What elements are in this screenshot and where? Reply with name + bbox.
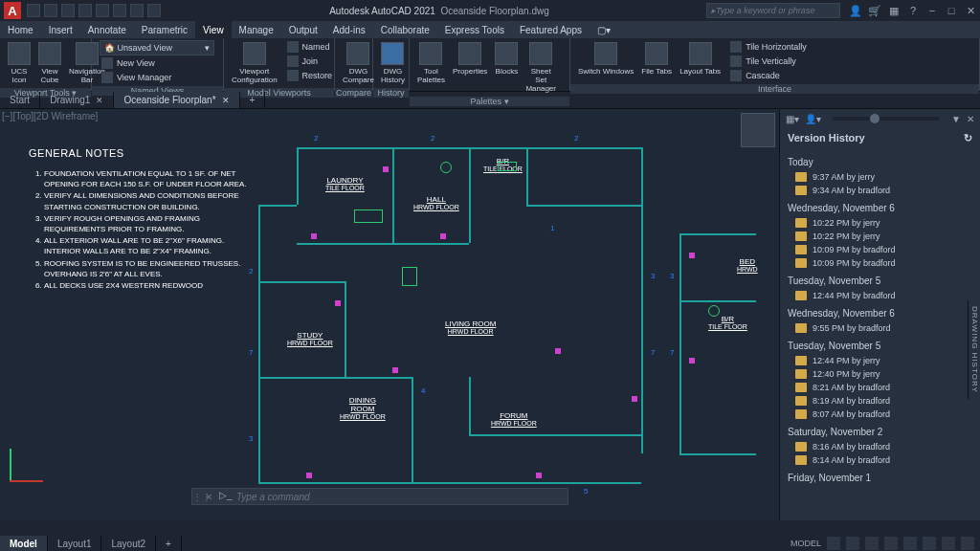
blocks-button[interactable]: Blocks <box>491 40 522 77</box>
sheetset-button[interactable]: Sheet Set Manager <box>522 40 560 95</box>
history-entry[interactable]: 8:07 AM by bradford <box>788 408 972 421</box>
tab-annotate[interactable]: Annotate <box>80 21 134 38</box>
history-entry[interactable]: 10:09 PM by bradford <box>788 256 972 270</box>
drawing-canvas[interactable]: [−][Top][2D Wireframe] GENERAL NOTES FOU… <box>0 109 779 520</box>
history-entry[interactable]: 8:19 AM by bradford <box>788 394 972 408</box>
ucs-icon-button[interactable]: UCS Icon <box>4 40 34 86</box>
switch-windows-button[interactable]: Switch Windows <box>574 40 637 77</box>
qat-open-icon[interactable] <box>44 4 57 17</box>
history-entry[interactable]: 12:40 PM by jerry <box>788 367 972 381</box>
history-slider[interactable] <box>833 117 940 121</box>
workspace-icon[interactable] <box>942 537 955 550</box>
qat-save-icon[interactable] <box>61 4 75 17</box>
tab-featured[interactable]: Featured Apps <box>512 21 590 38</box>
vp-named-button[interactable]: Named <box>285 40 335 54</box>
tab-home[interactable]: Home <box>0 21 41 38</box>
vp-restore-button[interactable]: Restore <box>285 69 335 82</box>
file-tabs-button[interactable]: File Tabs <box>637 40 676 77</box>
vp-join-button[interactable]: Join <box>285 55 335 68</box>
cart-icon[interactable]: 🛒 <box>869 5 880 16</box>
filter-view-icon[interactable]: ▦▾ <box>786 114 799 124</box>
history-entry[interactable]: 9:37 AM by jerry <box>788 170 972 184</box>
tab-model[interactable]: Model <box>0 536 48 551</box>
app-logo[interactable]: A <box>4 2 21 19</box>
tab-manage[interactable]: Manage <box>232 21 281 38</box>
tab-layout2[interactable]: Layout2 <box>101 536 156 551</box>
model-toggle[interactable]: MODEL <box>791 539 821 548</box>
view-cube[interactable] <box>741 113 775 147</box>
tab-view[interactable]: View <box>195 21 232 38</box>
maximize-icon[interactable]: □ <box>946 5 957 16</box>
view-manager-button[interactable]: View Manager <box>100 71 215 84</box>
signin-icon[interactable]: 👤 <box>850 5 861 16</box>
history-entry[interactable]: 10:22 PM by jerry <box>788 216 972 230</box>
history-entry[interactable]: 10:22 PM by jerry <box>788 230 972 243</box>
close-icon[interactable]: ✕ <box>965 5 976 16</box>
history-entry[interactable]: 12:44 PM by jerry <box>788 354 972 367</box>
history-entry[interactable]: 9:34 AM by bradford <box>788 184 972 197</box>
command-line[interactable]: ⋮⋮ ✕ ▷_ Type a command <box>191 488 568 505</box>
snap-toggle-icon[interactable] <box>846 537 859 550</box>
history-entry[interactable]: 8:16 AM by bradford <box>788 440 972 453</box>
history-entry[interactable]: 9:55 PM by bradford <box>788 321 972 335</box>
history-entry[interactable]: 8:14 AM by bradford <box>788 453 972 467</box>
viewcube-button[interactable]: View Cube <box>34 40 65 86</box>
tab-add-layout[interactable]: + <box>156 536 182 551</box>
properties-button[interactable]: Properties <box>449 40 491 77</box>
qat-share-icon[interactable] <box>147 4 161 17</box>
close-tab-icon[interactable]: ✕ <box>222 96 230 105</box>
qat-plot-icon[interactable] <box>96 4 109 17</box>
drawing-history-side-tab[interactable]: DRAWING HISTORY <box>968 300 980 399</box>
qat-redo-icon[interactable] <box>130 4 144 17</box>
help-icon[interactable]: ? <box>907 5 919 16</box>
polar-toggle-icon[interactable] <box>884 537 898 550</box>
tab-drawing1[interactable]: Drawing1✕ <box>40 92 114 108</box>
ortho-toggle-icon[interactable] <box>865 537 879 550</box>
vp-config-button[interactable]: Viewport Configuration <box>228 40 281 86</box>
tile-vertical-button[interactable]: Tile Vertically <box>728 55 809 68</box>
tab-layout1[interactable]: Layout1 <box>48 536 102 551</box>
grip-icon[interactable]: ⋮⋮ <box>192 492 202 502</box>
close-tab-icon[interactable]: ✕ <box>96 96 103 105</box>
viewport-controls[interactable]: [−][Top][2D Wireframe] <box>2 111 98 121</box>
qat-undo-icon[interactable] <box>113 4 126 17</box>
user-filter-icon[interactable]: 👤▾ <box>805 114 821 124</box>
refresh-icon[interactable]: ↻ <box>964 132 972 144</box>
tab-output[interactable]: Output <box>281 21 325 38</box>
dwg-history-button[interactable]: DWG History <box>377 40 409 86</box>
tile-horizontal-button[interactable]: Tile Horizontally <box>728 40 809 54</box>
history-entry[interactable]: 8:21 AM by bradford <box>788 381 972 394</box>
cascade-button[interactable]: Cascade <box>728 69 809 82</box>
help-search[interactable]: ▸ Type a keyword or phrase <box>706 3 840 18</box>
minimize-icon[interactable]: − <box>926 5 938 16</box>
tab-addins[interactable]: Add-ins <box>325 21 373 38</box>
customize-icon[interactable] <box>961 537 974 550</box>
ucs-icon[interactable] <box>10 444 48 482</box>
history-list[interactable]: Today9:37 AM by jerry9:34 AM by bradford… <box>780 147 980 520</box>
osnap-toggle-icon[interactable] <box>903 537 917 550</box>
apps-icon[interactable]: ▦ <box>888 5 900 16</box>
qat-saveas-icon[interactable] <box>78 4 92 17</box>
dwg-compare-button[interactable]: DWG Compare <box>339 40 378 86</box>
group-palettes[interactable]: Palettes ▾ <box>410 97 569 106</box>
tab-parametric[interactable]: Parametric <box>134 21 195 38</box>
tab-add[interactable]: + <box>240 92 266 108</box>
grid-toggle-icon[interactable] <box>827 537 840 550</box>
close-panel-icon[interactable]: ✕ <box>967 114 974 124</box>
new-view-button[interactable]: New View <box>100 56 215 70</box>
close-cmd-icon[interactable]: ✕ <box>202 492 215 502</box>
named-view-combo[interactable]: 🏠 Unsaved View▾ <box>100 40 214 55</box>
tab-oceanside[interactable]: Oceanside Floorplan*✕ <box>114 92 239 108</box>
tab-express[interactable]: Express Tools <box>437 21 512 38</box>
qat-new-icon[interactable] <box>27 4 40 17</box>
tab-collaborate[interactable]: Collaborate <box>373 21 437 38</box>
filter-icon[interactable]: ▼ <box>951 114 961 124</box>
tab-start[interactable]: Start <box>0 92 40 108</box>
anno-toggle-icon[interactable] <box>923 537 936 550</box>
tab-insert[interactable]: Insert <box>41 21 80 38</box>
layout-tabs-button[interactable]: Layout Tabs <box>676 40 724 77</box>
tab-extra[interactable]: ▢▾ <box>590 21 618 38</box>
history-entry[interactable]: 12:44 PM by bradford <box>788 289 972 302</box>
history-entry[interactable]: 10:09 PM by bradford <box>788 243 972 256</box>
tool-palettes-button[interactable]: Tool Palettes <box>413 40 449 86</box>
